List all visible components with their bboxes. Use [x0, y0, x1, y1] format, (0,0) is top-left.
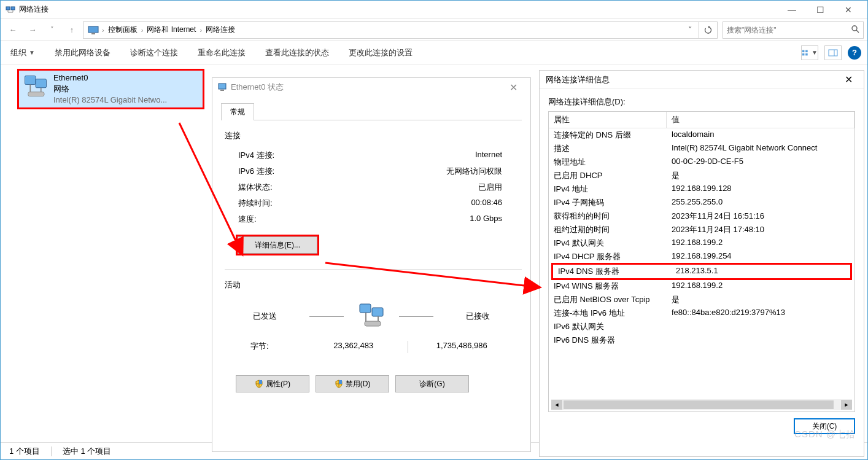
preview-pane-button[interactable]	[824, 45, 842, 60]
grid-row[interactable]: 已启用 DHCP是	[549, 169, 854, 182]
horizontal-scrollbar[interactable]: ◄ ►	[551, 399, 852, 410]
grid-row[interactable]: IPv4 默认网关192.168.199.2	[549, 236, 854, 250]
app-icon	[6, 5, 15, 15]
header-value[interactable]: 值	[667, 112, 854, 128]
connection-row: 速度:1.0 Gbps	[221, 211, 522, 227]
search-input[interactable]	[727, 26, 851, 34]
minimize-button[interactable]: —	[778, 1, 806, 19]
svg-rect-28	[339, 380, 342, 384]
cell-property: IPv4 子网掩码	[549, 196, 667, 209]
organize-menu[interactable]: 组织▼	[7, 45, 39, 61]
details-titlebar[interactable]: 网络连接详细信息 ✕	[540, 71, 864, 89]
search-icon[interactable]	[851, 25, 859, 35]
cell-property: IPv4 默认网关	[549, 236, 667, 250]
details-close-button[interactable]: ✕	[839, 74, 858, 85]
up-button[interactable]: ↑	[63, 21, 80, 39]
grid-row[interactable]: 物理地址00-0C-29-0D-CE-F5	[549, 155, 854, 169]
back-button[interactable]: ←	[4, 21, 21, 39]
grid-row[interactable]: 已启用 NetBIOS over Tcpip是	[549, 293, 854, 306]
svg-rect-20	[219, 84, 226, 89]
disable-button[interactable]: 禁用(D)	[316, 375, 389, 392]
grid-row[interactable]: IPv6 DNS 服务器	[549, 333, 854, 347]
cell-value: 218.213.5.1	[671, 265, 850, 278]
recent-dropdown[interactable]: ˅	[44, 21, 61, 39]
breadcrumb-item[interactable]: 控制面板	[104, 25, 141, 35]
cell-value: 255.255.255.0	[667, 196, 854, 209]
grid-row[interactable]: IPv6 默认网关	[549, 320, 854, 333]
scroll-left-icon[interactable]: ◄	[551, 400, 562, 410]
details-button[interactable]: 详细信息(E)...	[238, 236, 317, 254]
breadcrumb[interactable]: › 控制面板 › 网络和 Internet › 网络连接 ˅	[83, 21, 699, 39]
item-count: 1 个项目	[9, 446, 40, 457]
nav-bar: ← → ˅ ↑ › 控制面板 › 网络和 Internet › 网络连接 ˅	[1, 19, 867, 41]
sent-label: 已发送	[233, 311, 297, 322]
divider	[225, 269, 522, 270]
cell-property: 连接特定的 DNS 后缀	[549, 128, 667, 142]
properties-button[interactable]: 属性(P)	[236, 375, 309, 392]
svg-rect-15	[25, 76, 36, 85]
cell-value: 192.168.199.2	[667, 236, 854, 250]
forward-button[interactable]: →	[24, 21, 41, 39]
rename-button[interactable]: 重命名此连接	[194, 45, 249, 61]
diagnose-button-dialog[interactable]: 诊断(G)	[395, 375, 469, 392]
search-box[interactable]	[723, 21, 864, 39]
activity-section-label: 活动	[225, 279, 522, 290]
details-dialog: 网络连接详细信息 ✕ 网络连接详细信息(D): 属性 值 连接特定的 DNS 后…	[539, 70, 864, 457]
cell-value	[667, 333, 854, 347]
conn-value: 1.0 Gbps	[343, 214, 522, 225]
connection-row: 媒体状态:已启用	[221, 179, 522, 195]
close-details-button[interactable]: 关闭(C)	[794, 418, 855, 434]
grid-row[interactable]: 连接-本地 IPv6 地址fe80::84ba:e820:d219:3797%1…	[549, 306, 854, 320]
grid-row[interactable]: 租约过期的时间2023年11月24日 17:48:10	[549, 223, 854, 236]
cell-property: IPv4 WINS 服务器	[549, 279, 667, 293]
header-property[interactable]: 属性	[549, 112, 667, 128]
grid-row[interactable]: IPv4 WINS 服务器192.168.199.2	[549, 279, 854, 293]
tab-general[interactable]: 常规	[221, 103, 254, 120]
adapter-ethernet0[interactable]: Ethernet0 网络 Intel(R) 82574L Gigabit Net…	[17, 69, 204, 109]
recv-label: 已接收	[446, 311, 510, 322]
grid-row[interactable]: IPv4 子网掩码255.255.255.0	[549, 196, 854, 209]
grid-row[interactable]: IPv4 DHCP 服务器192.168.199.254	[549, 250, 854, 263]
svg-rect-6	[91, 33, 95, 34]
svg-rect-0	[6, 7, 10, 10]
grid-row[interactable]: 连接特定的 DNS 后缀localdomain	[549, 128, 854, 142]
adapter-name: Ethernet0	[53, 72, 167, 84]
breadcrumb-item[interactable]: 网络和 Internet	[143, 25, 200, 35]
toolbar: 组织▼ 禁用此网络设备 诊断这个连接 重命名此连接 查看此连接的状态 更改此连接…	[1, 41, 867, 64]
svg-rect-12	[805, 53, 808, 55]
close-button[interactable]: ✕	[834, 1, 862, 19]
status-close-button[interactable]: ✕	[501, 82, 525, 93]
view-mode-button[interactable]: ▼	[801, 45, 818, 60]
conn-value: 00:08:46	[343, 198, 522, 209]
refresh-button[interactable]	[699, 21, 718, 39]
breadcrumb-item[interactable]: 网络连接	[202, 25, 239, 35]
grid-row[interactable]: 描述Intel(R) 82574L Gigabit Network Connec…	[549, 142, 854, 155]
change-settings-button[interactable]: 更改此连接的设置	[345, 45, 416, 61]
cell-property: 连接-本地 IPv6 地址	[549, 306, 667, 320]
maximize-button[interactable]: ☐	[806, 1, 834, 19]
disable-device-button[interactable]: 禁用此网络设备	[51, 45, 114, 61]
selected-count: 选中 1 个项目	[63, 446, 111, 457]
cell-property: IPv4 DNS 服务器	[553, 265, 671, 278]
help-icon[interactable]: ?	[848, 46, 861, 60]
scroll-thumb[interactable]	[564, 400, 834, 409]
view-status-button[interactable]: 查看此连接的状态	[262, 45, 333, 61]
adapter-description: Intel(R) 82574L Gigabit Netwo...	[53, 95, 167, 106]
connection-row: IPv4 连接:Internet	[221, 147, 522, 163]
adapter-network: 网络	[53, 84, 167, 95]
cell-value	[667, 320, 854, 333]
svg-rect-9	[802, 50, 805, 52]
grid-row[interactable]: 获得租约的时间2023年11月24日 16:51:16	[549, 209, 854, 223]
cell-property: 物理地址	[549, 155, 667, 169]
adapter-icon	[23, 74, 48, 99]
scroll-right-icon[interactable]: ►	[841, 400, 852, 410]
diagnose-button[interactable]: 诊断这个连接	[126, 45, 182, 61]
grid-row[interactable]: IPv4 地址192.168.199.128	[549, 182, 854, 196]
cell-value: localdomain	[667, 128, 854, 142]
breadcrumb-dropdown[interactable]: ˅	[683, 25, 697, 34]
window-controls: — ☐ ✕	[778, 1, 862, 19]
bytes-sent: 23,362,483	[306, 341, 401, 353]
grid-row-highlighted[interactable]: IPv4 DNS 服务器218.213.5.1	[551, 263, 852, 280]
status-titlebar[interactable]: Ethernet0 状态 ✕	[212, 78, 530, 96]
conn-label: IPv6 连接:	[238, 166, 343, 177]
